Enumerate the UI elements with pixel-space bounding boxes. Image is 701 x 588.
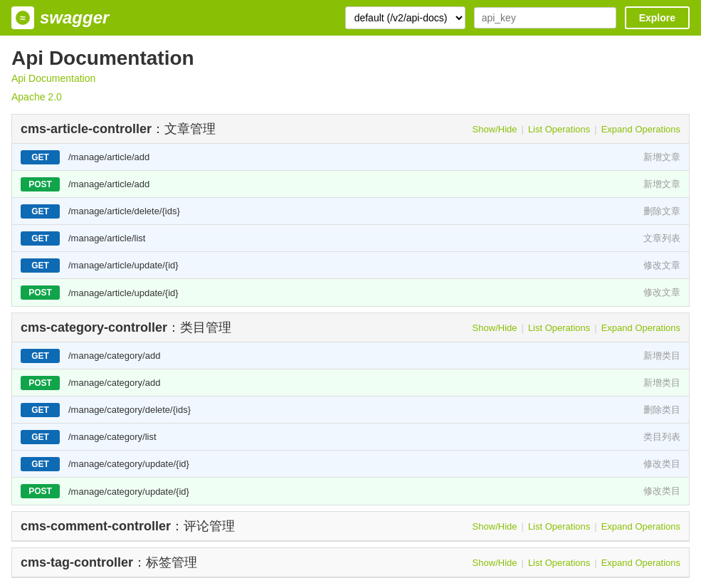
controller-header-cms-category-controller: cms-category-controller：类目管理 Show/Hide |… xyxy=(12,313,689,342)
api-row[interactable]: GET/manage/category/delete/{ids}删除类目 xyxy=(12,397,689,424)
list-ops-link[interactable]: List Operations xyxy=(528,124,590,135)
show-hide-link[interactable]: Show/Hide xyxy=(473,521,517,532)
api-desc: 新增类目 xyxy=(643,377,680,389)
logo-icon: ≈ xyxy=(11,6,34,29)
api-key-input[interactable] xyxy=(474,7,616,28)
api-path: /manage/article/delete/{ids} xyxy=(68,206,635,216)
controller-header-cms-comment-controller: cms-comment-controller：评论管理 Show/Hide | … xyxy=(12,512,689,541)
controller-section-cms-tag-controller: cms-tag-controller：标签管理 Show/Hide | List… xyxy=(11,547,690,578)
method-badge: POST xyxy=(21,376,60,390)
api-desc: 新增文章 xyxy=(643,151,680,164)
separator: | xyxy=(594,521,596,532)
main-content: Api Documentation Api Documentation Apac… xyxy=(0,36,701,588)
separator: | xyxy=(521,557,523,568)
separator: | xyxy=(521,322,523,333)
method-badge: GET xyxy=(21,150,60,164)
api-path: /manage/article/update/{id} xyxy=(68,288,635,298)
method-badge: GET xyxy=(21,403,60,417)
api-desc: 类目列表 xyxy=(643,431,680,443)
api-desc: 修改类目 xyxy=(643,485,680,498)
list-ops-link[interactable]: List Operations xyxy=(528,557,590,568)
show-hide-link[interactable]: Show/Hide xyxy=(473,124,517,135)
api-row[interactable]: GET/manage/article/add新增文章 xyxy=(12,144,689,171)
controller-section-cms-category-controller: cms-category-controller：类目管理 Show/Hide |… xyxy=(11,313,690,505)
api-desc: 文章列表 xyxy=(643,232,680,245)
header: ≈ swagger default (/v2/api-docs) Explore xyxy=(0,0,701,36)
page-subtitle: Api Documentation xyxy=(11,73,690,84)
svg-text:≈: ≈ xyxy=(20,12,26,23)
api-path: /manage/category/update/{id} xyxy=(68,458,635,469)
method-badge: GET xyxy=(21,457,60,471)
logo: ≈ swagger xyxy=(11,6,109,29)
api-row[interactable]: POST/manage/category/update/{id}修改类目 xyxy=(12,478,689,505)
api-path: /manage/article/update/{id} xyxy=(68,260,635,271)
separator: | xyxy=(594,322,596,333)
controller-section-cms-article-controller: cms-article-controller：文章管理 Show/Hide | … xyxy=(11,114,690,307)
controllers-container: cms-article-controller：文章管理 Show/Hide | … xyxy=(11,114,690,578)
api-desc: 新增文章 xyxy=(643,178,680,191)
method-badge: POST xyxy=(21,484,60,498)
separator: | xyxy=(521,124,523,135)
api-desc: 修改文章 xyxy=(643,259,680,272)
show-hide-link[interactable]: Show/Hide xyxy=(473,557,517,568)
method-badge: GET xyxy=(21,430,60,444)
method-badge: POST xyxy=(21,177,60,191)
api-path: /manage/category/add xyxy=(68,350,635,361)
controller-title-cms-category-controller: cms-category-controller：类目管理 xyxy=(21,319,473,336)
api-row[interactable]: POST/manage/category/add新增类目 xyxy=(12,369,689,397)
explore-button[interactable]: Explore xyxy=(625,6,690,29)
api-row[interactable]: GET/manage/category/list类目列表 xyxy=(12,424,689,451)
logo-text: swagger xyxy=(40,8,109,28)
list-ops-link[interactable]: List Operations xyxy=(528,322,590,333)
expand-ops-link[interactable]: Expand Operations xyxy=(601,521,680,532)
controller-title-cms-comment-controller: cms-comment-controller：评论管理 xyxy=(21,518,473,535)
controller-actions-cms-tag-controller: Show/Hide | List Operations | Expand Ope… xyxy=(473,557,680,568)
expand-ops-link[interactable]: Expand Operations xyxy=(601,124,680,135)
api-row[interactable]: POST/manage/article/add新增文章 xyxy=(12,171,689,198)
controller-title-cms-article-controller: cms-article-controller：文章管理 xyxy=(21,120,473,137)
api-row[interactable]: GET/manage/article/list文章列表 xyxy=(12,225,689,252)
api-desc: 删除类目 xyxy=(643,404,680,416)
api-row[interactable]: GET/manage/category/update/{id}修改类目 xyxy=(12,451,689,478)
api-row[interactable]: POST/manage/article/update/{id}修改文章 xyxy=(12,279,689,306)
api-row[interactable]: GET/manage/category/add新增类目 xyxy=(12,342,689,369)
api-path: /manage/category/list xyxy=(68,431,635,442)
controller-header-cms-article-controller: cms-article-controller：文章管理 Show/Hide | … xyxy=(12,115,689,144)
controller-header-cms-tag-controller: cms-tag-controller：标签管理 Show/Hide | List… xyxy=(12,548,689,577)
license-link[interactable]: Apache 2.0 xyxy=(11,91,690,103)
separator: | xyxy=(521,521,523,532)
controller-actions-cms-comment-controller: Show/Hide | List Operations | Expand Ope… xyxy=(473,521,680,532)
controller-section-cms-comment-controller: cms-comment-controller：评论管理 Show/Hide | … xyxy=(11,511,690,542)
controller-actions-cms-category-controller: Show/Hide | List Operations | Expand Ope… xyxy=(473,322,680,333)
separator: | xyxy=(594,557,596,568)
api-row[interactable]: GET/manage/article/update/{id}修改文章 xyxy=(12,252,689,279)
api-desc: 新增类目 xyxy=(643,350,680,362)
api-path: /manage/category/add xyxy=(68,377,635,388)
expand-ops-link[interactable]: Expand Operations xyxy=(601,557,680,568)
api-desc: 删除文章 xyxy=(643,205,680,218)
list-ops-link[interactable]: List Operations xyxy=(528,521,590,532)
method-badge: GET xyxy=(21,349,60,363)
method-badge: GET xyxy=(21,231,60,246)
api-path: /manage/category/update/{id} xyxy=(68,486,635,497)
controller-actions-cms-article-controller: Show/Hide | List Operations | Expand Ope… xyxy=(473,124,680,135)
api-row[interactable]: GET/manage/article/delete/{ids}删除文章 xyxy=(12,198,689,225)
page-title: Api Documentation xyxy=(11,47,690,70)
api-docs-select[interactable]: default (/v2/api-docs) xyxy=(345,6,465,29)
show-hide-link[interactable]: Show/Hide xyxy=(473,322,517,333)
api-path: /manage/category/delete/{ids} xyxy=(68,404,635,415)
expand-ops-link[interactable]: Expand Operations xyxy=(601,322,680,333)
method-badge: POST xyxy=(21,285,60,300)
separator: | xyxy=(594,124,596,135)
api-path: /manage/article/add xyxy=(68,179,635,189)
method-badge: GET xyxy=(21,204,60,219)
api-path: /manage/article/list xyxy=(68,233,635,243)
api-path: /manage/article/add xyxy=(68,152,635,162)
method-badge: GET xyxy=(21,258,60,273)
api-desc: 修改文章 xyxy=(643,286,680,299)
controller-title-cms-tag-controller: cms-tag-controller：标签管理 xyxy=(21,554,473,571)
api-desc: 修改类目 xyxy=(643,458,680,471)
